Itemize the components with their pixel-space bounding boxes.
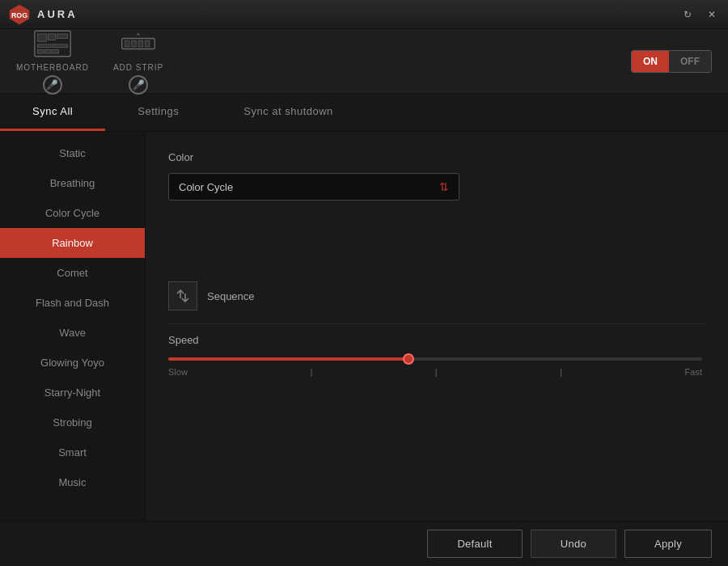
svg-rect-4 <box>48 34 55 40</box>
speed-slider-fill <box>168 357 408 361</box>
power-off-button[interactable]: OFF <box>669 51 711 72</box>
motherboard-device[interactable]: MOTHERBOARD 🎤 <box>16 27 89 95</box>
speed-label: Speed <box>168 334 705 346</box>
add-strip-mic-icon: 🎤 <box>129 75 148 95</box>
sidebar-item-comet[interactable]: Comet <box>0 258 145 288</box>
add-strip-icon-wrap: + <box>119 27 158 60</box>
svg-rect-6 <box>37 44 67 48</box>
motherboard-icon-wrap <box>33 27 72 60</box>
speed-tick-2: | <box>435 367 438 377</box>
color-section-label: Color <box>168 151 705 163</box>
svg-text:+: + <box>137 31 140 38</box>
sidebar-item-wave[interactable]: Wave <box>0 318 145 348</box>
sidebar-item-flash-and-dash[interactable]: Flash and Dash <box>0 288 145 318</box>
color-dropdown-value: Color Cycle <box>179 181 439 193</box>
main-tabs: Sync All Settings Sync at shutdown <box>0 94 728 132</box>
add-strip-device[interactable]: + ADD STRIP 🎤 <box>113 27 163 95</box>
add-strip-label: ADD STRIP <box>113 63 163 72</box>
svg-rect-12 <box>132 40 137 46</box>
svg-rect-9 <box>53 49 58 53</box>
chevron-down-icon: ⇅ <box>439 180 449 193</box>
default-button[interactable]: Default <box>427 530 522 558</box>
sidebar-item-glowing-yoyo[interactable]: Glowing Yoyo <box>0 348 145 378</box>
svg-rect-8 <box>45 49 51 53</box>
app-title: AURA <box>37 8 78 20</box>
sidebar-item-color-cycle[interactable]: Color Cycle <box>0 198 145 228</box>
undo-button[interactable]: Undo <box>531 530 616 558</box>
tab-sync-shutdown[interactable]: Sync at shutdown <box>211 94 366 131</box>
refresh-button[interactable]: ↻ <box>679 6 696 23</box>
svg-rect-5 <box>57 34 67 39</box>
divider <box>168 323 705 324</box>
add-strip-icon: + <box>119 28 158 59</box>
speed-tick-1: | <box>310 367 312 377</box>
svg-rect-7 <box>37 49 43 53</box>
device-bar: MOTHERBOARD 🎤 + ADD STRIP 🎤 ON OFF <box>0 29 728 94</box>
sidebar: Static Breathing Color Cycle Rainbow Com… <box>0 132 146 521</box>
color-dropdown[interactable]: Color Cycle ⇅ <box>168 173 459 201</box>
speed-min-label: Slow <box>168 367 188 377</box>
sequence-icon <box>176 289 190 303</box>
motherboard-label: MOTHERBOARD <box>16 63 89 72</box>
svg-rect-11 <box>125 40 129 46</box>
svg-text:ROG: ROG <box>11 11 28 19</box>
svg-rect-3 <box>37 34 46 41</box>
app-logo: ROG AURA <box>8 3 78 26</box>
apply-button[interactable]: Apply <box>624 530 712 558</box>
motherboard-icon <box>33 28 72 59</box>
title-bar: ROG AURA ↻ ✕ <box>0 0 728 29</box>
power-toggle[interactable]: ON OFF <box>631 50 712 73</box>
sidebar-item-music[interactable]: Music <box>0 467 145 497</box>
speed-tick-3: | <box>560 367 562 377</box>
svg-rect-14 <box>145 40 150 46</box>
speed-slider-container: Slow | | | Fast <box>168 357 702 377</box>
main-panel: Color Color Cycle ⇅ Sequence Speed <box>146 132 728 521</box>
speed-section: Speed Slow | | | Fast <box>168 334 705 377</box>
close-button[interactable]: ✕ <box>704 6 720 23</box>
sequence-button[interactable] <box>168 281 197 310</box>
sidebar-item-smart[interactable]: Smart <box>0 437 145 467</box>
bottom-bar: Default Undo Apply <box>0 521 728 566</box>
tab-sync-all[interactable]: Sync All <box>0 94 105 131</box>
rog-logo-icon: ROG <box>8 3 31 26</box>
sidebar-item-breathing[interactable]: Breathing <box>0 168 145 198</box>
sidebar-item-rainbow[interactable]: Rainbow <box>0 228 145 258</box>
speed-slider-track <box>168 357 702 361</box>
tab-settings[interactable]: Settings <box>105 94 211 131</box>
svg-rect-13 <box>138 40 143 46</box>
sequence-section: Sequence <box>168 281 705 310</box>
motherboard-mic-icon: 🎤 <box>43 75 62 95</box>
sequence-label: Sequence <box>207 290 255 302</box>
sidebar-item-static[interactable]: Static <box>0 138 145 168</box>
speed-slider-thumb[interactable] <box>403 353 414 365</box>
sidebar-item-starry-night[interactable]: Starry-Night <box>0 378 145 408</box>
sidebar-item-strobing[interactable]: Strobing <box>0 408 145 437</box>
speed-slider-labels: Slow | | | Fast <box>168 367 702 377</box>
speed-max-label: Fast <box>685 367 702 377</box>
power-on-button[interactable]: ON <box>632 51 669 72</box>
content-area: Static Breathing Color Cycle Rainbow Com… <box>0 132 728 521</box>
window-controls: ↻ ✕ <box>679 6 720 23</box>
